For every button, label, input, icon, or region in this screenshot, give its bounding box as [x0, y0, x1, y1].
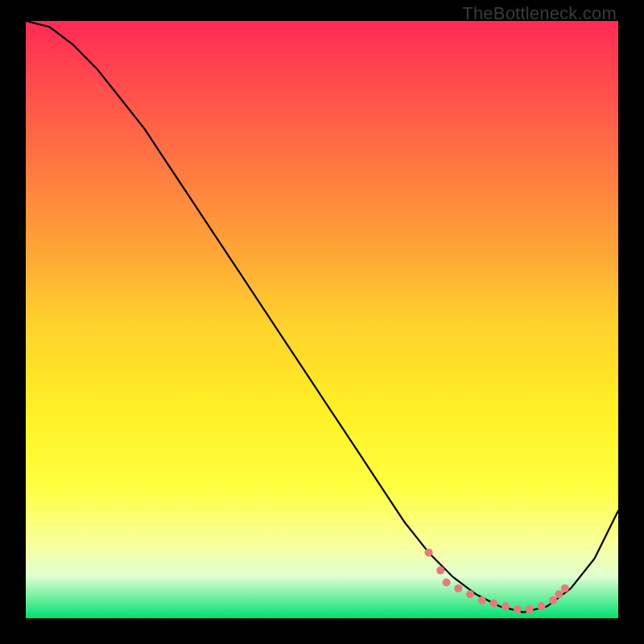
highlight-marker — [489, 600, 497, 608]
highlight-marker — [425, 548, 433, 556]
chart-svg — [26, 21, 618, 618]
highlight-marker — [561, 584, 569, 592]
data-markers — [425, 548, 569, 613]
highlight-marker — [443, 579, 451, 587]
highlight-marker — [466, 590, 474, 598]
highlight-marker — [454, 584, 462, 592]
highlight-marker — [514, 605, 522, 613]
highlight-marker — [526, 605, 534, 613]
highlight-marker — [549, 597, 557, 605]
highlight-marker — [502, 602, 510, 610]
highlight-marker — [478, 597, 486, 605]
highlight-marker — [436, 567, 444, 575]
chart-frame: TheBottleneck.com — [0, 0, 644, 644]
highlight-marker — [537, 602, 545, 610]
highlight-marker — [555, 590, 563, 598]
main-curve — [26, 21, 618, 613]
